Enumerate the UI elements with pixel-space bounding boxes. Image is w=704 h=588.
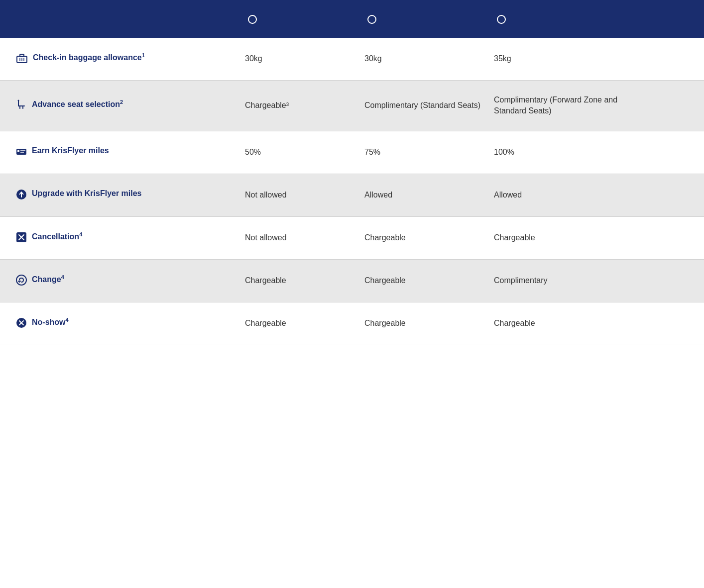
standard-value-noshow: Chargeable [364, 318, 494, 329]
cancel-icon [16, 232, 27, 245]
svg-point-14 [16, 275, 26, 285]
flexi-value-change: Complimentary [494, 275, 623, 286]
standard-value-krisflyer-miles: 75% [364, 147, 494, 158]
table-header [0, 0, 704, 38]
feature-cell-krisflyer-miles: Earn KrisFlyer miles [16, 145, 245, 160]
header-lite [245, 14, 364, 24]
flexi-value-advance-seat: Complimentary (Forward Zone and Standard… [494, 95, 623, 117]
header-standard [364, 14, 494, 24]
feature-label-change: Change4 [32, 274, 64, 286]
flexi-value-krisflyer-miles: 100% [494, 147, 623, 158]
feature-cell-upgrade: Upgrade with KrisFlyer miles [16, 188, 245, 202]
baggage-icon [16, 53, 28, 66]
change-icon [16, 275, 27, 288]
lite-value-checkin-baggage: 30kg [245, 53, 364, 64]
row-cancellation: Cancellation4 Not allowed Chargeable Cha… [0, 217, 704, 260]
standard-value-checkin-baggage: 30kg [364, 53, 494, 64]
flexi-value-noshow: Chargeable [494, 318, 623, 329]
feature-label-upgrade: Upgrade with KrisFlyer miles [32, 188, 142, 199]
flexi-value-upgrade: Allowed [494, 190, 623, 200]
header-flexi [494, 14, 623, 24]
row-change: Change4 Chargeable Chargeable Compliment… [0, 260, 704, 302]
row-noshow: No-show4 Chargeable Chargeable Chargeabl… [0, 302, 704, 345]
feature-label-krisflyer-miles: Earn KrisFlyer miles [32, 145, 109, 156]
miles-icon [16, 146, 27, 160]
svg-rect-1 [20, 54, 24, 57]
row-advance-seat: Advance seat selection2 Chargeable³ Comp… [0, 81, 704, 131]
lite-value-change: Chargeable [245, 275, 364, 286]
row-checkin-baggage: Check-in baggage allowance1 30kg 30kg 35… [0, 38, 704, 81]
feature-label-noshow: No-show4 [32, 316, 69, 328]
lite-value-advance-seat: Chargeable³ [245, 100, 364, 111]
row-upgrade: Upgrade with KrisFlyer miles Not allowed… [0, 174, 704, 217]
feature-cell-change: Change4 [16, 274, 245, 288]
standard-value-cancellation: Chargeable [364, 232, 494, 243]
feature-cell-noshow: No-show4 [16, 316, 245, 331]
standard-value-upgrade: Allowed [364, 190, 494, 200]
lite-value-noshow: Chargeable [245, 318, 364, 329]
lite-info-icon[interactable] [248, 15, 257, 24]
standard-info-icon[interactable] [367, 15, 376, 24]
lite-value-cancellation: Not allowed [245, 232, 364, 243]
seat-icon [16, 99, 27, 113]
svg-rect-7 [17, 150, 19, 152]
row-krisflyer-miles: Earn KrisFlyer miles 50% 75% 100% [0, 131, 704, 174]
noshow-icon [16, 317, 27, 331]
fare-table: Check-in baggage allowance1 30kg 30kg 35… [0, 0, 704, 588]
feature-label-cancellation: Cancellation4 [32, 231, 82, 243]
lite-value-krisflyer-miles: 50% [245, 147, 364, 158]
standard-value-advance-seat: Complimentary (Standard Seats) [364, 100, 494, 111]
feature-cell-advance-seat: Advance seat selection2 [16, 98, 245, 113]
flexi-value-checkin-baggage: 35kg [494, 53, 623, 64]
flexi-info-icon[interactable] [497, 15, 506, 24]
feature-cell-checkin-baggage: Check-in baggage allowance1 [16, 52, 245, 66]
svg-point-5 [18, 99, 19, 101]
feature-label-checkin-baggage: Check-in baggage allowance1 [33, 52, 145, 64]
feature-cell-cancellation: Cancellation4 [16, 231, 245, 245]
feature-label-advance-seat: Advance seat selection2 [32, 98, 123, 110]
upgrade-icon [16, 189, 27, 202]
flexi-value-cancellation: Chargeable [494, 232, 623, 243]
lite-value-upgrade: Not allowed [245, 190, 364, 200]
standard-value-change: Chargeable [364, 275, 494, 286]
